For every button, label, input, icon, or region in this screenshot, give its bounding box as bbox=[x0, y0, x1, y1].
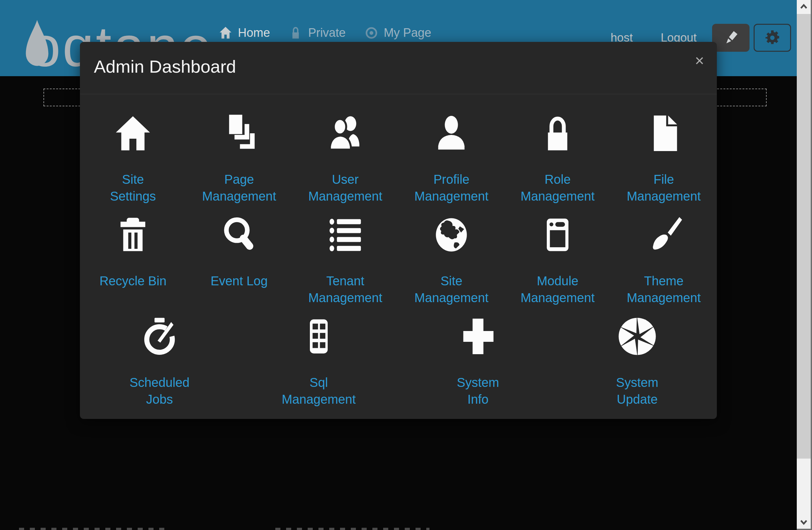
tile-label: TenantManagement bbox=[308, 273, 382, 306]
nav-item-home[interactable]: Home bbox=[219, 25, 270, 40]
admin-dashboard-modal: Admin Dashboard × SiteSettingsPageManage… bbox=[80, 42, 717, 419]
tile-label: Recycle Bin bbox=[100, 273, 166, 289]
tile-label: SystemInfo bbox=[457, 374, 499, 408]
spreadsheet-icon bbox=[300, 315, 338, 356]
nav-label-private: Private bbox=[308, 26, 345, 40]
tile-user-management[interactable]: UserManagement bbox=[292, 112, 398, 214]
tile-label: ScheduledJobs bbox=[129, 374, 189, 408]
tile-label: SystemUpdate bbox=[616, 374, 658, 408]
tile-page-management[interactable]: PageManagement bbox=[186, 112, 292, 214]
scroll-up-button[interactable] bbox=[797, 0, 811, 14]
tile-event-log[interactable]: Event Log bbox=[186, 214, 292, 315]
tile-row: ScheduledJobsSqlManagementSystemInfoSyst… bbox=[80, 315, 717, 408]
list-icon bbox=[326, 214, 365, 254]
globe-icon bbox=[432, 214, 471, 254]
nav-item-my-page[interactable]: My Page bbox=[365, 25, 431, 40]
trash-icon bbox=[114, 214, 152, 254]
nav-label-my-page: My Page bbox=[384, 26, 431, 40]
tile-label: FileManagement bbox=[627, 171, 701, 205]
tile-label: RoleManagement bbox=[521, 171, 594, 205]
padlock-icon bbox=[538, 112, 577, 153]
file-icon bbox=[644, 112, 683, 153]
magnifier-icon bbox=[220, 214, 259, 254]
tile-row: SiteSettingsPageManagementUserManagement… bbox=[80, 112, 717, 214]
tile-label: SiteSettings bbox=[110, 171, 156, 205]
modal-header: Admin Dashboard × bbox=[80, 42, 717, 94]
tile-site-management[interactable]: SiteManagement bbox=[398, 214, 505, 315]
scroll-thumb[interactable] bbox=[797, 14, 811, 459]
tile-label: ThemeManagement bbox=[627, 273, 701, 306]
tile-label: UserManagement bbox=[308, 171, 382, 205]
tile-module-management[interactable]: ModuleManagement bbox=[505, 214, 611, 315]
tile-site-settings[interactable]: SiteSettings bbox=[80, 112, 186, 214]
tile-row: Recycle BinEvent LogTenantManagementSite… bbox=[80, 214, 717, 315]
window-edge bbox=[797, 529, 812, 530]
layers-icon bbox=[220, 112, 259, 153]
tile-label: SqlManagement bbox=[282, 374, 356, 408]
edit-mode-button[interactable] bbox=[712, 24, 750, 52]
window-edge bbox=[811, 0, 812, 530]
target-icon bbox=[365, 25, 378, 40]
browser-icon bbox=[538, 214, 577, 254]
main-nav: Home Private My Page bbox=[219, 25, 431, 40]
modal-title: Admin Dashboard bbox=[94, 57, 703, 77]
gear-icon bbox=[763, 29, 782, 47]
lock-icon bbox=[289, 25, 302, 40]
tile-system-update[interactable]: SystemUpdate bbox=[557, 315, 717, 408]
tile-grid: SiteSettingsPageManagementUserManagement… bbox=[80, 94, 717, 408]
clipped-footer-content bbox=[275, 528, 430, 530]
tile-scheduled-jobs[interactable]: ScheduledJobs bbox=[80, 315, 239, 408]
chevron-up-icon bbox=[799, 2, 809, 12]
home-icon bbox=[219, 25, 232, 40]
chevron-down-icon bbox=[799, 517, 809, 527]
tile-sql-management[interactable]: SqlManagement bbox=[239, 315, 398, 408]
tile-label: ModuleManagement bbox=[521, 273, 594, 306]
tile-tenant-management[interactable]: TenantManagement bbox=[292, 214, 398, 315]
settings-button[interactable] bbox=[754, 24, 791, 52]
home-icon bbox=[114, 112, 152, 153]
brush-icon bbox=[644, 214, 683, 254]
tile-theme-management[interactable]: ThemeManagement bbox=[611, 214, 717, 315]
tile-label: PageManagement bbox=[202, 171, 276, 205]
nav-item-private[interactable]: Private bbox=[289, 25, 345, 40]
aperture-icon bbox=[618, 315, 656, 356]
scrollbar[interactable] bbox=[797, 0, 811, 530]
nav-label-home: Home bbox=[238, 26, 270, 40]
people-icon bbox=[326, 112, 365, 153]
pencil-icon bbox=[722, 29, 740, 47]
clipped-footer-content bbox=[19, 528, 168, 530]
tile-label: Event Log bbox=[211, 273, 268, 289]
tile-role-management[interactable]: RoleManagement bbox=[505, 112, 611, 214]
scroll-down-button[interactable] bbox=[797, 515, 811, 529]
close-icon[interactable]: × bbox=[695, 53, 704, 69]
plus-icon bbox=[459, 315, 497, 356]
tile-recycle-bin[interactable]: Recycle Bin bbox=[80, 214, 186, 315]
tile-profile-management[interactable]: ProfileManagement bbox=[398, 112, 505, 214]
tile-system-info[interactable]: SystemInfo bbox=[398, 315, 557, 408]
tile-label: ProfileManagement bbox=[415, 171, 489, 205]
person-icon bbox=[432, 112, 471, 153]
tile-file-management[interactable]: FileManagement bbox=[611, 112, 717, 214]
tile-label: SiteManagement bbox=[415, 273, 489, 306]
timer-icon bbox=[140, 315, 179, 356]
